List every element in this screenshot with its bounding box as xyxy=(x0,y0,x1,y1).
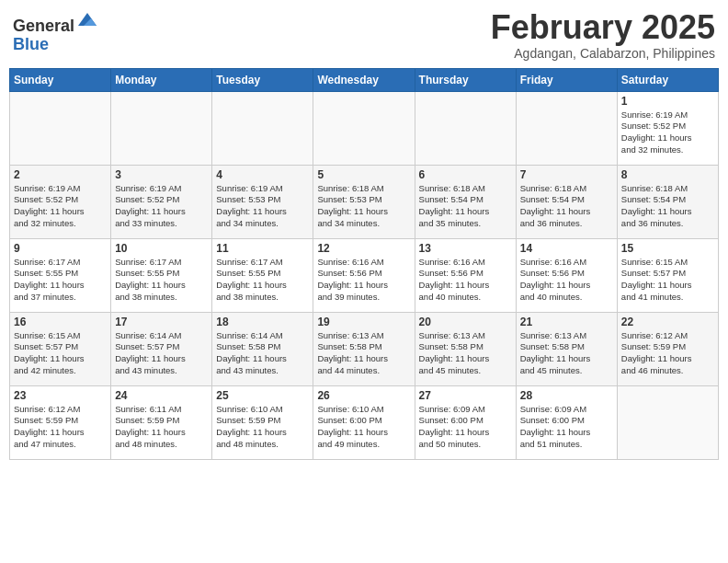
calendar-cell: 12Sunrise: 6:16 AM Sunset: 5:56 PM Dayli… xyxy=(313,238,415,312)
calendar-cell: 9Sunrise: 6:17 AM Sunset: 5:55 PM Daylig… xyxy=(10,238,111,312)
calendar-cell xyxy=(111,91,212,165)
day-info: Sunrise: 6:16 AM Sunset: 5:56 PM Dayligh… xyxy=(317,257,410,304)
location-title: Agdangan, Calabarzon, Philippines xyxy=(491,46,715,61)
day-info: Sunrise: 6:17 AM Sunset: 5:55 PM Dayligh… xyxy=(115,257,208,304)
calendar-cell: 16Sunrise: 6:15 AM Sunset: 5:57 PM Dayli… xyxy=(10,312,111,385)
day-number: 23 xyxy=(14,389,107,402)
calendar-cell: 6Sunrise: 6:18 AM Sunset: 5:54 PM Daylig… xyxy=(415,165,516,238)
day-info: Sunrise: 6:15 AM Sunset: 5:57 PM Dayligh… xyxy=(621,257,714,304)
calendar-cell: 23Sunrise: 6:12 AM Sunset: 5:59 PM Dayli… xyxy=(10,385,111,459)
weekday-header-tuesday: Tuesday xyxy=(212,68,313,91)
day-number: 18 xyxy=(216,316,309,328)
calendar-cell: 8Sunrise: 6:18 AM Sunset: 5:54 PM Daylig… xyxy=(617,165,718,238)
day-info: Sunrise: 6:18 AM Sunset: 5:54 PM Dayligh… xyxy=(419,183,512,230)
logo: General Blue xyxy=(13,9,98,54)
weekday-header-saturday: Saturday xyxy=(617,68,718,91)
week-row-2: 2Sunrise: 6:19 AM Sunset: 5:52 PM Daylig… xyxy=(10,165,719,238)
calendar-cell: 13Sunrise: 6:16 AM Sunset: 5:56 PM Dayli… xyxy=(415,238,516,312)
week-row-4: 16Sunrise: 6:15 AM Sunset: 5:57 PM Dayli… xyxy=(10,312,719,385)
day-number: 12 xyxy=(317,242,410,255)
calendar-cell: 11Sunrise: 6:17 AM Sunset: 5:55 PM Dayli… xyxy=(212,238,313,312)
weekday-header-row: SundayMondayTuesdayWednesdayThursdayFrid… xyxy=(10,68,719,91)
month-title: February 2025 xyxy=(491,9,715,46)
day-info: Sunrise: 6:14 AM Sunset: 5:58 PM Dayligh… xyxy=(216,330,309,377)
day-info: Sunrise: 6:19 AM Sunset: 5:52 PM Dayligh… xyxy=(115,183,208,230)
day-info: Sunrise: 6:13 AM Sunset: 5:58 PM Dayligh… xyxy=(520,330,613,377)
day-number: 4 xyxy=(216,168,309,181)
weekday-header-wednesday: Wednesday xyxy=(313,68,415,91)
calendar-cell: 2Sunrise: 6:19 AM Sunset: 5:52 PM Daylig… xyxy=(10,165,111,238)
logo-general: General xyxy=(13,17,74,35)
calendar-cell xyxy=(516,91,617,165)
day-number: 15 xyxy=(621,242,714,255)
calendar-cell: 14Sunrise: 6:16 AM Sunset: 5:56 PM Dayli… xyxy=(516,238,617,312)
day-info: Sunrise: 6:12 AM Sunset: 5:59 PM Dayligh… xyxy=(621,330,714,377)
day-info: Sunrise: 6:13 AM Sunset: 5:58 PM Dayligh… xyxy=(317,330,410,377)
title-block: February 2025 Agdangan, Calabarzon, Phil… xyxy=(491,9,715,61)
calendar-cell: 26Sunrise: 6:10 AM Sunset: 6:00 PM Dayli… xyxy=(313,385,415,459)
day-info: Sunrise: 6:11 AM Sunset: 5:59 PM Dayligh… xyxy=(115,404,208,451)
calendar-cell: 1Sunrise: 6:19 AM Sunset: 5:52 PM Daylig… xyxy=(617,91,718,165)
day-number: 13 xyxy=(419,242,512,255)
weekday-header-sunday: Sunday xyxy=(10,68,111,91)
day-info: Sunrise: 6:19 AM Sunset: 5:52 PM Dayligh… xyxy=(621,109,714,156)
day-number: 1 xyxy=(621,95,714,108)
calendar-cell: 21Sunrise: 6:13 AM Sunset: 5:58 PM Dayli… xyxy=(516,312,617,385)
day-info: Sunrise: 6:09 AM Sunset: 6:00 PM Dayligh… xyxy=(520,404,613,451)
page-header: General Blue February 2025 Agdangan, Cal… xyxy=(9,9,719,61)
calendar-cell: 20Sunrise: 6:13 AM Sunset: 5:58 PM Dayli… xyxy=(415,312,516,385)
day-info: Sunrise: 6:10 AM Sunset: 5:59 PM Dayligh… xyxy=(216,404,309,451)
day-number: 2 xyxy=(14,168,107,181)
week-row-3: 9Sunrise: 6:17 AM Sunset: 5:55 PM Daylig… xyxy=(10,238,719,312)
day-number: 5 xyxy=(317,168,410,181)
calendar-cell: 5Sunrise: 6:18 AM Sunset: 5:53 PM Daylig… xyxy=(313,165,415,238)
logo-icon xyxy=(76,9,98,31)
calendar-cell: 3Sunrise: 6:19 AM Sunset: 5:52 PM Daylig… xyxy=(111,165,212,238)
day-number: 27 xyxy=(419,389,512,402)
calendar-cell xyxy=(212,91,313,165)
weekday-header-thursday: Thursday xyxy=(415,68,516,91)
day-info: Sunrise: 6:15 AM Sunset: 5:57 PM Dayligh… xyxy=(14,330,107,377)
day-info: Sunrise: 6:12 AM Sunset: 5:59 PM Dayligh… xyxy=(14,404,107,451)
day-number: 22 xyxy=(621,316,714,328)
day-number: 26 xyxy=(317,389,410,402)
calendar-cell: 19Sunrise: 6:13 AM Sunset: 5:58 PM Dayli… xyxy=(313,312,415,385)
day-info: Sunrise: 6:16 AM Sunset: 5:56 PM Dayligh… xyxy=(520,257,613,304)
weekday-header-friday: Friday xyxy=(516,68,617,91)
calendar-cell: 27Sunrise: 6:09 AM Sunset: 6:00 PM Dayli… xyxy=(415,385,516,459)
day-number: 8 xyxy=(621,168,714,181)
day-info: Sunrise: 6:10 AM Sunset: 6:00 PM Dayligh… xyxy=(317,404,410,451)
logo-text: General xyxy=(13,9,98,36)
day-number: 19 xyxy=(317,316,410,328)
calendar-cell: 25Sunrise: 6:10 AM Sunset: 5:59 PM Dayli… xyxy=(212,385,313,459)
day-info: Sunrise: 6:17 AM Sunset: 5:55 PM Dayligh… xyxy=(14,257,107,304)
day-number: 7 xyxy=(520,168,613,181)
week-row-5: 23Sunrise: 6:12 AM Sunset: 5:59 PM Dayli… xyxy=(10,385,719,459)
calendar-cell: 18Sunrise: 6:14 AM Sunset: 5:58 PM Dayli… xyxy=(212,312,313,385)
day-number: 9 xyxy=(14,242,107,255)
day-info: Sunrise: 6:19 AM Sunset: 5:53 PM Dayligh… xyxy=(216,183,309,230)
day-number: 20 xyxy=(419,316,512,328)
day-info: Sunrise: 6:16 AM Sunset: 5:56 PM Dayligh… xyxy=(419,257,512,304)
calendar-cell: 22Sunrise: 6:12 AM Sunset: 5:59 PM Dayli… xyxy=(617,312,718,385)
day-info: Sunrise: 6:13 AM Sunset: 5:58 PM Dayligh… xyxy=(419,330,512,377)
calendar-cell xyxy=(10,91,111,165)
calendar-cell: 10Sunrise: 6:17 AM Sunset: 5:55 PM Dayli… xyxy=(111,238,212,312)
day-number: 11 xyxy=(216,242,309,255)
day-number: 3 xyxy=(115,168,208,181)
calendar-cell: 28Sunrise: 6:09 AM Sunset: 6:00 PM Dayli… xyxy=(516,385,617,459)
day-info: Sunrise: 6:18 AM Sunset: 5:54 PM Dayligh… xyxy=(621,183,714,230)
calendar-cell xyxy=(415,91,516,165)
day-info: Sunrise: 6:18 AM Sunset: 5:54 PM Dayligh… xyxy=(520,183,613,230)
day-info: Sunrise: 6:14 AM Sunset: 5:57 PM Dayligh… xyxy=(115,330,208,377)
day-number: 25 xyxy=(216,389,309,402)
day-number: 10 xyxy=(115,242,208,255)
calendar-cell xyxy=(313,91,415,165)
calendar-cell xyxy=(617,385,718,459)
weekday-header-monday: Monday xyxy=(111,68,212,91)
calendar-cell: 4Sunrise: 6:19 AM Sunset: 5:53 PM Daylig… xyxy=(212,165,313,238)
day-number: 16 xyxy=(14,316,107,328)
logo-blue: Blue xyxy=(13,36,98,54)
calendar-cell: 24Sunrise: 6:11 AM Sunset: 5:59 PM Dayli… xyxy=(111,385,212,459)
day-number: 21 xyxy=(520,316,613,328)
